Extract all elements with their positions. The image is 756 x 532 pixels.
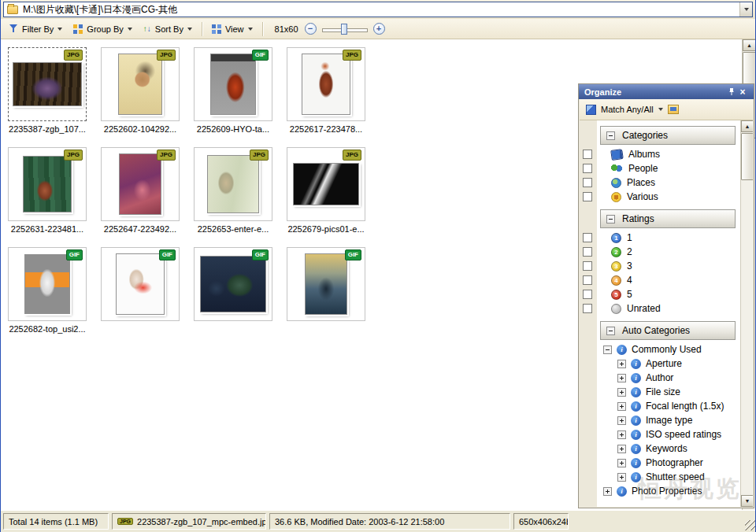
checkbox[interactable] xyxy=(583,304,592,313)
auto-iso[interactable]: iISO speed ratings xyxy=(580,427,753,441)
auto-photo-properties[interactable]: iPhoto Properties xyxy=(580,484,753,498)
filter-by-button[interactable]: Filter By xyxy=(6,23,66,35)
rating-4-icon: 4 xyxy=(611,275,621,286)
info-icon: i xyxy=(631,373,641,383)
checkbox[interactable] xyxy=(583,233,592,242)
category-people[interactable]: People xyxy=(580,161,753,175)
thumbnail-item[interactable]: JPG 2235387-zgb_107... xyxy=(8,47,87,134)
rating-3[interactable]: 33 xyxy=(580,259,753,273)
expand-icon[interactable] xyxy=(603,487,612,496)
auto-aperture[interactable]: iAperture xyxy=(580,357,753,371)
rating-unrated[interactable]: Unrated xyxy=(580,301,753,316)
thumbnail-item[interactable]: GIF xyxy=(101,247,180,334)
expand-icon[interactable] xyxy=(617,473,626,482)
thumbnail-item[interactable]: GIF 2252609-HYO-ta... xyxy=(194,47,272,134)
organize-vertical-scrollbar[interactable]: ▲ ▼ xyxy=(740,120,753,507)
expand-icon[interactable] xyxy=(617,445,626,453)
thumbnail-image xyxy=(200,256,266,312)
expand-icon[interactable] xyxy=(617,388,626,397)
thumbnail-image xyxy=(23,156,72,212)
auto-photographer[interactable]: iPhotographer xyxy=(580,456,753,470)
thumbnail-size-slider[interactable] xyxy=(322,23,368,35)
scroll-down-icon[interactable]: ▼ xyxy=(741,495,753,507)
expand-icon[interactable] xyxy=(617,416,626,425)
expand-icon[interactable] xyxy=(617,430,626,439)
file-type-badge: JPG xyxy=(343,50,361,61)
status-file-info: 36.6 KB, Modified Date: 2003-6-12 21:58:… xyxy=(269,513,510,530)
checkbox[interactable] xyxy=(583,275,592,285)
category-various[interactable]: Various xyxy=(580,190,753,204)
scroll-up-icon[interactable]: ▲ xyxy=(743,39,755,51)
auto-author[interactable]: iAuthor xyxy=(580,371,753,385)
thumbnail-size-label: 81x60 xyxy=(275,24,298,34)
checkbox[interactable] xyxy=(583,178,592,187)
status-file-name: 2235387-zgb_107_mpc-embed.jpg xyxy=(137,517,266,526)
zoom-out-button[interactable]: − xyxy=(305,23,317,35)
category-albums[interactable]: Albums xyxy=(580,147,753,161)
collapse-icon[interactable] xyxy=(606,327,615,335)
path-bar: M:\图片收藏\[卡通]\日本漫画CG-其他 xyxy=(1,0,755,19)
thumbnail-item[interactable]: JPG 2252653-enter-e... xyxy=(194,147,272,234)
easy-select-icon[interactable] xyxy=(668,105,679,114)
rating-2[interactable]: 22 xyxy=(580,245,753,259)
ratings-section-header[interactable]: Ratings xyxy=(600,209,736,228)
resize-grip-icon[interactable] xyxy=(745,520,755,530)
expand-icon[interactable] xyxy=(617,402,626,411)
rating-4[interactable]: 44 xyxy=(580,273,753,287)
zoom-in-button[interactable]: + xyxy=(373,23,385,35)
view-label: View xyxy=(225,24,244,34)
checkbox[interactable] xyxy=(583,192,592,201)
thumbnail-item[interactable]: GIF xyxy=(194,247,272,334)
checkbox[interactable] xyxy=(583,261,592,271)
scrollbar-thumb[interactable] xyxy=(741,133,753,180)
thumbnail-item[interactable]: JPG 2252617-223478... xyxy=(287,47,365,134)
sort-by-label: Sort By xyxy=(155,24,183,34)
auto-keywords[interactable]: iKeywords xyxy=(580,441,753,456)
auto-file-size[interactable]: iFile size xyxy=(580,385,753,399)
thumbnail-item[interactable]: JPG 2252679-pics01-e... xyxy=(287,147,365,234)
thumbnail-item[interactable]: JPG 2252631-223481... xyxy=(8,147,87,234)
info-icon: i xyxy=(631,444,641,454)
checkbox[interactable] xyxy=(583,290,592,299)
categories-section-label: Categories xyxy=(622,130,668,141)
auto-commonly-used[interactable]: iCommonly Used xyxy=(580,342,753,357)
collapse-icon[interactable] xyxy=(606,215,615,224)
thumbnail-item[interactable]: GIF 2252682-top_usi2... xyxy=(8,247,87,334)
match-any-all-button[interactable]: Match Any/All xyxy=(601,105,654,114)
categories-section-header[interactable]: Categories xyxy=(600,126,736,145)
collapse-icon[interactable] xyxy=(603,345,612,354)
rating-1[interactable]: 11 xyxy=(580,231,753,245)
rating-5[interactable]: 55 xyxy=(580,287,753,301)
slider-thumb[interactable] xyxy=(341,24,347,35)
auto-shutter-speed[interactable]: iShutter speed xyxy=(580,470,753,484)
chevron-down-icon xyxy=(658,108,663,111)
auto-image-type[interactable]: iImage type xyxy=(580,413,753,427)
collapse-icon[interactable] xyxy=(606,131,615,140)
path-combo[interactable]: M:\图片收藏\[卡通]\日本漫画CG-其他 xyxy=(3,2,753,17)
checkbox[interactable] xyxy=(583,150,592,159)
checkbox[interactable] xyxy=(583,164,592,173)
auto-focal-length[interactable]: iFocal length (1.5x) xyxy=(580,399,753,413)
expand-icon[interactable] xyxy=(617,360,626,368)
file-type-badge: GIF xyxy=(159,249,176,260)
category-places[interactable]: Places xyxy=(580,175,753,190)
file-type-badge: JPG xyxy=(64,50,83,61)
people-icon xyxy=(611,164,623,174)
info-icon: i xyxy=(631,430,641,440)
checkbox[interactable] xyxy=(583,247,592,257)
expand-icon[interactable] xyxy=(617,374,626,382)
close-icon[interactable]: × xyxy=(737,87,748,97)
sort-by-button[interactable]: ↑↓ Sort By xyxy=(139,23,196,35)
thumbnail-item[interactable]: GIF xyxy=(287,247,365,334)
group-by-button[interactable]: Group By xyxy=(69,23,135,35)
view-button[interactable]: View xyxy=(208,23,257,35)
scroll-up-icon[interactable]: ▲ xyxy=(741,120,753,132)
expand-icon[interactable] xyxy=(617,459,626,467)
albums-icon xyxy=(610,149,624,161)
thumbnail-item[interactable]: JPG 2252602-104292... xyxy=(101,47,180,134)
thumbnail-item[interactable]: JPG 2252647-223492... xyxy=(101,147,180,234)
info-icon: i xyxy=(631,416,641,426)
pin-icon[interactable] xyxy=(726,87,737,97)
auto-categories-section-header[interactable]: Auto Categories xyxy=(600,321,736,340)
path-dropdown[interactable] xyxy=(739,2,752,17)
